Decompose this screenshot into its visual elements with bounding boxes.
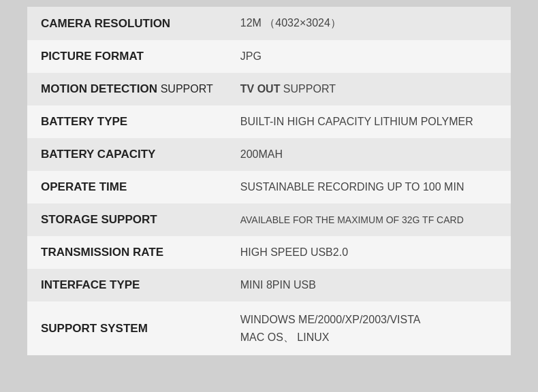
spec-label: OPERATE TIME <box>27 171 227 203</box>
spec-table: CAMERA RESOLUTION12M （4032×3024）PICTURE … <box>27 7 511 355</box>
table-row: OPERATE TIMESUSTAINABLE RECORDING UP TO … <box>27 171 511 203</box>
spec-value: 200MAH <box>227 138 511 171</box>
spec-label: SUPPORT SYSTEM <box>27 301 227 355</box>
spec-value: AVAILABLE FOR THE MAXIMUM OF 32G TF CARD <box>227 203 511 236</box>
spec-label: BATTERY TYPE <box>27 105 227 138</box>
spec-value: BUILT-IN HIGH CAPACITY LITHIUM POLYMER <box>227 105 511 138</box>
table-row: CAMERA RESOLUTION12M （4032×3024） <box>27 7 511 40</box>
spec-label: STORAGE SUPPORT <box>27 203 227 236</box>
table-row: PICTURE FORMATJPG <box>27 40 511 73</box>
table-row: MOTION DETECTION SUPPORTTV OUT SUPPORT <box>27 73 511 105</box>
spec-value: TV OUT SUPPORT <box>227 73 511 105</box>
table-row: SUPPORT SYSTEMWINDOWS ME/2000/XP/2003/VI… <box>27 301 511 355</box>
table-row: TRANSMISSION RATEHIGH SPEED USB2.0 <box>27 236 511 269</box>
spec-value: SUSTAINABLE RECORDING UP TO 100 MIN <box>227 171 511 203</box>
spec-value: JPG <box>227 40 511 73</box>
spec-label: CAMERA RESOLUTION <box>27 7 227 40</box>
spec-value: WINDOWS ME/2000/XP/2003/VISTAMAC OS、 LIN… <box>227 301 511 355</box>
table-row: STORAGE SUPPORTAVAILABLE FOR THE MAXIMUM… <box>27 203 511 236</box>
spec-label: PICTURE FORMAT <box>27 40 227 73</box>
table-row: INTERFACE TYPEMINI 8PIN USB <box>27 269 511 301</box>
table-row: BATTERY TYPEBUILT-IN HIGH CAPACITY LITHI… <box>27 105 511 138</box>
spec-label: BATTERY CAPACITY <box>27 138 227 171</box>
spec-label: TRANSMISSION RATE <box>27 236 227 269</box>
spec-value: HIGH SPEED USB2.0 <box>227 236 511 269</box>
spec-value: MINI 8PIN USB <box>227 269 511 301</box>
spec-label: MOTION DETECTION SUPPORT <box>27 73 227 105</box>
spec-label: INTERFACE TYPE <box>27 269 227 301</box>
spec-value: 12M （4032×3024） <box>227 7 511 40</box>
table-row: BATTERY CAPACITY200MAH <box>27 138 511 171</box>
